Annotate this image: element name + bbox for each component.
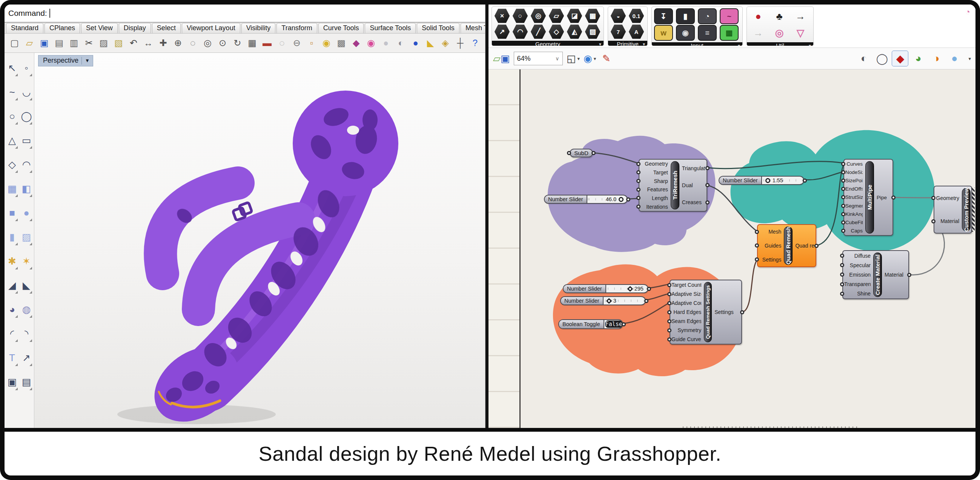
surface-edit-icon[interactable]: ▨ [19, 225, 33, 249]
port-nub[interactable] [667, 301, 671, 305]
control-curve-icon[interactable]: ◡ [19, 80, 33, 104]
vector-icon[interactable]: ↗ [494, 24, 510, 39]
curve-icon[interactable]: ~ [5, 80, 19, 104]
dial-icon[interactable]: ◉ [676, 25, 695, 41]
port-nub[interactable] [755, 230, 759, 234]
slider-grip[interactable] [765, 178, 770, 183]
number-primitive-icon[interactable]: 0.1 [628, 8, 644, 23]
port-nub[interactable] [755, 257, 759, 262]
zoom-frame-icon[interactable]: ◱ [566, 51, 580, 65]
trim-icon[interactable]: ◢ [5, 273, 19, 297]
options-icon[interactable]: ◈ [438, 35, 452, 51]
port-nub[interactable] [667, 337, 671, 341]
rectangle-icon[interactable]: ▭ [19, 128, 33, 153]
integer-primitive-icon[interactable]: 7 [610, 24, 626, 39]
render-icon[interactable]: ◆ [349, 35, 363, 51]
chevron-down-icon[interactable]: ▾ [738, 43, 740, 46]
polygon-icon[interactable]: ◇ [5, 153, 19, 177]
box-icon[interactable]: ◪ [566, 8, 582, 23]
port-nub[interactable] [667, 328, 671, 332]
wireframe-preview-icon[interactable]: ◯ [874, 51, 890, 66]
port-nub[interactable] [567, 151, 571, 155]
port-nub[interactable] [622, 322, 626, 327]
ellipse-icon[interactable]: ◯ [19, 104, 33, 128]
menu-tab[interactable]: Standard [6, 23, 43, 33]
sketch-pen-icon[interactable]: ✎ [600, 51, 613, 65]
port-nub[interactable] [626, 197, 630, 201]
boolean-primitive-icon[interactable]: ◒ [610, 8, 626, 23]
polyline-icon[interactable]: △ [5, 128, 19, 153]
port-nub[interactable] [840, 254, 844, 258]
sphere-icon[interactable]: ● [19, 201, 33, 225]
gem-preview-icon[interactable]: ◆ [892, 51, 908, 66]
port-nub[interactable] [667, 292, 671, 296]
port-nub[interactable] [667, 283, 671, 287]
viewport-tab[interactable]: Perspective ▼ [38, 55, 93, 66]
port-nub[interactable] [840, 282, 844, 286]
move-icon[interactable]: ✚ [156, 35, 170, 51]
node-quad-remesh-settings[interactable]: Target CountAdaptive SizeAdaptive CountH… [670, 280, 742, 344]
chevron-down-icon[interactable]: ▾ [809, 43, 811, 46]
plane-icon[interactable]: ▱ [549, 8, 564, 23]
port-nub[interactable] [636, 162, 641, 166]
port-nub[interactable] [840, 273, 844, 277]
hide-icon[interactable]: ◌ [275, 35, 289, 51]
slider-grip[interactable] [627, 285, 633, 292]
zoom-select[interactable]: 64% ∨ [514, 52, 563, 65]
port-nub[interactable] [636, 188, 641, 192]
menu-tab[interactable]: Set View [81, 23, 118, 33]
distribute-icon[interactable]: ▤ [19, 370, 33, 394]
number-slider-adaptive[interactable]: Number Slider 3 [560, 296, 646, 305]
port-nub[interactable] [841, 220, 845, 225]
menu-tab[interactable]: Select [152, 23, 181, 33]
colour-swatch-icon[interactable]: ▦ [720, 25, 738, 41]
explode-icon[interactable]: ✶ [19, 249, 33, 273]
port-nub[interactable] [636, 204, 641, 209]
copy-icon[interactable]: ▨ [97, 35, 111, 51]
chevron-down-icon[interactable]: ▾ [968, 56, 971, 62]
zoom-window-icon[interactable]: ◌ [186, 35, 200, 51]
node-title[interactable]: TriRemesh [671, 161, 679, 209]
arc-icon[interactable]: ◠ [512, 24, 528, 39]
scale-icon[interactable]: ↗ [19, 346, 33, 370]
save-icon[interactable]: ▣ [37, 35, 51, 51]
arc-icon[interactable]: ◠ [19, 153, 33, 177]
slider-grip[interactable] [619, 197, 624, 202]
open-document-icon[interactable]: ▱ [493, 53, 501, 65]
port-nub[interactable] [891, 196, 896, 199]
node-multipipe[interactable]: CurvesNodeSizeSizePointsEndOffsetStrutSi… [843, 159, 893, 236]
scope-icon[interactable]: ◎ [770, 25, 788, 41]
osnap-icon[interactable]: ⊖ [290, 35, 304, 51]
gauge-icon[interactable]: ↧ [654, 8, 673, 24]
chevron-down-icon[interactable]: ▼ [85, 58, 90, 64]
extend-icon[interactable]: ◝ [19, 322, 33, 346]
surface-icon[interactable]: ▦ [5, 177, 19, 201]
ghosted-sphere-icon[interactable]: ◐ [394, 35, 408, 51]
ribbon-tab-input[interactable]: Input ▾ [652, 42, 742, 46]
node-title[interactable]: Create Material [873, 252, 882, 297]
port-nub[interactable] [644, 299, 648, 303]
spiral-icon[interactable]: ◎ [530, 8, 546, 23]
blend-icon[interactable]: ◕ [5, 297, 19, 322]
slider-track[interactable]: 46.0 [587, 196, 627, 203]
jump-icon[interactable]: → [749, 25, 767, 41]
boolean-toggle[interactable]: Boolean Toggle False [558, 319, 623, 329]
pan-icon[interactable]: ↔ [141, 35, 155, 51]
color-wheel-icon[interactable]: ◉ [364, 35, 378, 51]
zoom-icon[interactable]: ⊕ [171, 35, 185, 51]
box-icon[interactable]: ■ [5, 201, 19, 225]
number-slider-nodesize[interactable]: Number Slider 1.55 [719, 176, 804, 185]
node-subd[interactable]: SubD [570, 149, 593, 157]
boolean-icon[interactable]: ✱ [5, 249, 19, 273]
port-nub[interactable] [667, 310, 671, 314]
zoom-selected-icon[interactable]: ◎ [200, 35, 215, 51]
port-nub[interactable] [815, 244, 819, 248]
ribbon-overflow-icon[interactable]: ◔ [963, 6, 972, 18]
node-quad-remesh[interactable]: MeshGuidesSettings Quad Remesh Quad resu… [757, 224, 816, 267]
text-primitive-icon[interactable]: A [628, 24, 644, 39]
sphere-preview-icon[interactable]: ● [947, 51, 962, 66]
node-title[interactable]: Custom Preview [962, 188, 970, 231]
cherry-picker-icon[interactable]: ● [749, 8, 767, 24]
menu-tab[interactable]: Visibility [242, 23, 276, 33]
save-document-icon[interactable]: ▣ [501, 53, 510, 65]
